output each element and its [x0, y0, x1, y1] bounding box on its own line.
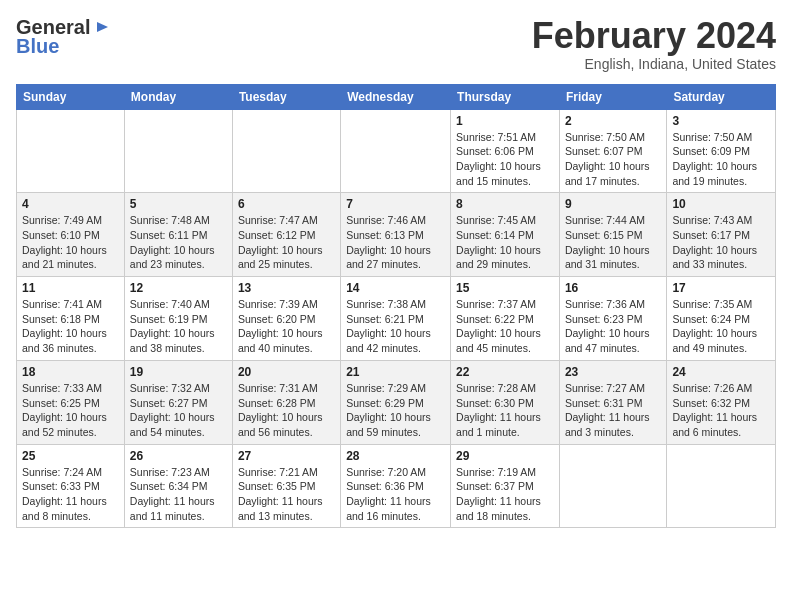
calendar-cell	[124, 109, 232, 193]
day-info: Sunrise: 7:37 AMSunset: 6:22 PMDaylight:…	[456, 297, 554, 356]
day-info: Sunrise: 7:29 AMSunset: 6:29 PMDaylight:…	[346, 381, 445, 440]
calendar-cell: 3Sunrise: 7:50 AMSunset: 6:09 PMDaylight…	[667, 109, 776, 193]
calendar-cell: 26Sunrise: 7:23 AMSunset: 6:34 PMDayligh…	[124, 444, 232, 528]
days-header-row: Sunday Monday Tuesday Wednesday Thursday…	[17, 84, 776, 109]
day-info: Sunrise: 7:31 AMSunset: 6:28 PMDaylight:…	[238, 381, 335, 440]
day-number: 6	[238, 197, 335, 211]
day-number: 12	[130, 281, 227, 295]
day-number: 28	[346, 449, 445, 463]
day-info: Sunrise: 7:24 AMSunset: 6:33 PMDaylight:…	[22, 465, 119, 524]
day-info: Sunrise: 7:46 AMSunset: 6:13 PMDaylight:…	[346, 213, 445, 272]
calendar-cell: 25Sunrise: 7:24 AMSunset: 6:33 PMDayligh…	[17, 444, 125, 528]
day-info: Sunrise: 7:50 AMSunset: 6:09 PMDaylight:…	[672, 130, 770, 189]
calendar-cell: 8Sunrise: 7:45 AMSunset: 6:14 PMDaylight…	[451, 193, 560, 277]
title-area: February 2024 English, Indiana, United S…	[532, 16, 776, 72]
svg-marker-0	[97, 22, 108, 32]
day-number: 27	[238, 449, 335, 463]
calendar-cell: 23Sunrise: 7:27 AMSunset: 6:31 PMDayligh…	[559, 360, 666, 444]
calendar-cell: 1Sunrise: 7:51 AMSunset: 6:06 PMDaylight…	[451, 109, 560, 193]
day-info: Sunrise: 7:38 AMSunset: 6:21 PMDaylight:…	[346, 297, 445, 356]
day-number: 16	[565, 281, 661, 295]
day-number: 29	[456, 449, 554, 463]
day-number: 9	[565, 197, 661, 211]
location-subtitle: English, Indiana, United States	[532, 56, 776, 72]
header-saturday: Saturday	[667, 84, 776, 109]
logo-blue-text: Blue	[16, 35, 59, 58]
calendar-cell: 17Sunrise: 7:35 AMSunset: 6:24 PMDayligh…	[667, 277, 776, 361]
day-number: 14	[346, 281, 445, 295]
page-header: General Blue February 2024 English, Indi…	[16, 16, 776, 72]
header-friday: Friday	[559, 84, 666, 109]
calendar-cell: 27Sunrise: 7:21 AMSunset: 6:35 PMDayligh…	[232, 444, 340, 528]
day-number: 23	[565, 365, 661, 379]
day-number: 5	[130, 197, 227, 211]
day-number: 25	[22, 449, 119, 463]
calendar-cell: 7Sunrise: 7:46 AMSunset: 6:13 PMDaylight…	[341, 193, 451, 277]
day-number: 8	[456, 197, 554, 211]
calendar-cell: 15Sunrise: 7:37 AMSunset: 6:22 PMDayligh…	[451, 277, 560, 361]
day-info: Sunrise: 7:39 AMSunset: 6:20 PMDaylight:…	[238, 297, 335, 356]
day-info: Sunrise: 7:23 AMSunset: 6:34 PMDaylight:…	[130, 465, 227, 524]
day-info: Sunrise: 7:47 AMSunset: 6:12 PMDaylight:…	[238, 213, 335, 272]
day-number: 3	[672, 114, 770, 128]
logo-arrow-icon	[92, 18, 110, 36]
calendar-cell: 10Sunrise: 7:43 AMSunset: 6:17 PMDayligh…	[667, 193, 776, 277]
day-info: Sunrise: 7:45 AMSunset: 6:14 PMDaylight:…	[456, 213, 554, 272]
calendar-cell: 9Sunrise: 7:44 AMSunset: 6:15 PMDaylight…	[559, 193, 666, 277]
day-number: 13	[238, 281, 335, 295]
day-info: Sunrise: 7:32 AMSunset: 6:27 PMDaylight:…	[130, 381, 227, 440]
calendar-cell: 22Sunrise: 7:28 AMSunset: 6:30 PMDayligh…	[451, 360, 560, 444]
header-thursday: Thursday	[451, 84, 560, 109]
day-number: 1	[456, 114, 554, 128]
day-number: 24	[672, 365, 770, 379]
day-info: Sunrise: 7:27 AMSunset: 6:31 PMDaylight:…	[565, 381, 661, 440]
day-info: Sunrise: 7:48 AMSunset: 6:11 PMDaylight:…	[130, 213, 227, 272]
day-number: 19	[130, 365, 227, 379]
header-tuesday: Tuesday	[232, 84, 340, 109]
day-number: 2	[565, 114, 661, 128]
month-title: February 2024	[532, 16, 776, 56]
day-info: Sunrise: 7:41 AMSunset: 6:18 PMDaylight:…	[22, 297, 119, 356]
day-info: Sunrise: 7:43 AMSunset: 6:17 PMDaylight:…	[672, 213, 770, 272]
calendar-cell: 14Sunrise: 7:38 AMSunset: 6:21 PMDayligh…	[341, 277, 451, 361]
calendar-table: Sunday Monday Tuesday Wednesday Thursday…	[16, 84, 776, 529]
day-info: Sunrise: 7:44 AMSunset: 6:15 PMDaylight:…	[565, 213, 661, 272]
calendar-cell: 2Sunrise: 7:50 AMSunset: 6:07 PMDaylight…	[559, 109, 666, 193]
calendar-cell: 12Sunrise: 7:40 AMSunset: 6:19 PMDayligh…	[124, 277, 232, 361]
calendar-cell: 13Sunrise: 7:39 AMSunset: 6:20 PMDayligh…	[232, 277, 340, 361]
day-number: 20	[238, 365, 335, 379]
calendar-cell	[232, 109, 340, 193]
day-number: 17	[672, 281, 770, 295]
day-info: Sunrise: 7:33 AMSunset: 6:25 PMDaylight:…	[22, 381, 119, 440]
week-row-5: 25Sunrise: 7:24 AMSunset: 6:33 PMDayligh…	[17, 444, 776, 528]
day-number: 22	[456, 365, 554, 379]
day-info: Sunrise: 7:36 AMSunset: 6:23 PMDaylight:…	[565, 297, 661, 356]
day-info: Sunrise: 7:19 AMSunset: 6:37 PMDaylight:…	[456, 465, 554, 524]
calendar-cell: 21Sunrise: 7:29 AMSunset: 6:29 PMDayligh…	[341, 360, 451, 444]
header-sunday: Sunday	[17, 84, 125, 109]
header-wednesday: Wednesday	[341, 84, 451, 109]
calendar-cell: 4Sunrise: 7:49 AMSunset: 6:10 PMDaylight…	[17, 193, 125, 277]
day-number: 4	[22, 197, 119, 211]
calendar-cell: 28Sunrise: 7:20 AMSunset: 6:36 PMDayligh…	[341, 444, 451, 528]
calendar-cell: 19Sunrise: 7:32 AMSunset: 6:27 PMDayligh…	[124, 360, 232, 444]
calendar-cell: 18Sunrise: 7:33 AMSunset: 6:25 PMDayligh…	[17, 360, 125, 444]
day-number: 21	[346, 365, 445, 379]
calendar-cell	[341, 109, 451, 193]
day-info: Sunrise: 7:26 AMSunset: 6:32 PMDaylight:…	[672, 381, 770, 440]
day-number: 10	[672, 197, 770, 211]
calendar-cell: 5Sunrise: 7:48 AMSunset: 6:11 PMDaylight…	[124, 193, 232, 277]
day-info: Sunrise: 7:40 AMSunset: 6:19 PMDaylight:…	[130, 297, 227, 356]
week-row-2: 4Sunrise: 7:49 AMSunset: 6:10 PMDaylight…	[17, 193, 776, 277]
day-info: Sunrise: 7:50 AMSunset: 6:07 PMDaylight:…	[565, 130, 661, 189]
day-number: 18	[22, 365, 119, 379]
week-row-3: 11Sunrise: 7:41 AMSunset: 6:18 PMDayligh…	[17, 277, 776, 361]
calendar-cell: 20Sunrise: 7:31 AMSunset: 6:28 PMDayligh…	[232, 360, 340, 444]
week-row-4: 18Sunrise: 7:33 AMSunset: 6:25 PMDayligh…	[17, 360, 776, 444]
day-info: Sunrise: 7:49 AMSunset: 6:10 PMDaylight:…	[22, 213, 119, 272]
calendar-cell	[559, 444, 666, 528]
calendar-cell	[17, 109, 125, 193]
day-number: 7	[346, 197, 445, 211]
day-info: Sunrise: 7:20 AMSunset: 6:36 PMDaylight:…	[346, 465, 445, 524]
day-info: Sunrise: 7:21 AMSunset: 6:35 PMDaylight:…	[238, 465, 335, 524]
